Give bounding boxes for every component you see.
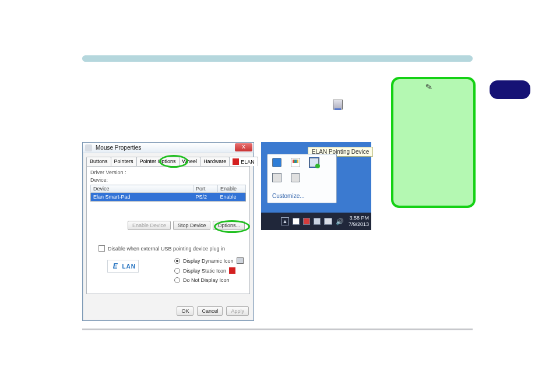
cell-device-name: Elan Smart-Pad	[91, 193, 193, 202]
network-icon[interactable]	[314, 218, 321, 225]
elan-tab-pane: Driver Version : Device: Device Port Ena…	[86, 166, 250, 294]
elan-logo: E LAN	[107, 260, 139, 273]
action-center-icon[interactable]	[293, 218, 300, 225]
ok-button[interactable]: OK	[177, 306, 193, 316]
checkbox-icon[interactable]	[98, 245, 105, 252]
dialog-title-text: Mouse Properties	[96, 144, 141, 151]
table-row[interactable]: Elan Smart-Pad PS/2 Enable	[91, 193, 246, 202]
col-device[interactable]: Device	[91, 185, 193, 193]
tab-pointers[interactable]: Pointers	[111, 157, 137, 166]
tab-buttons[interactable]: Buttons	[86, 157, 111, 166]
device-label: Device:	[90, 177, 246, 183]
side-pill	[490, 80, 530, 99]
cancel-button[interactable]: Cancel	[197, 306, 223, 316]
monitor-icon[interactable]	[309, 158, 319, 167]
customize-link[interactable]: Customize...	[272, 193, 305, 199]
note-box	[391, 77, 476, 208]
tray-icon-grid	[268, 154, 336, 188]
tab-wheel[interactable]: Wheel	[179, 157, 201, 166]
options-button[interactable]: Options...	[213, 221, 245, 230]
elan-swirl-icon: E	[110, 262, 120, 271]
monitor-icon	[237, 257, 244, 264]
elan-logo-text: LAN	[122, 263, 136, 270]
close-button[interactable]: X	[235, 143, 252, 151]
speaker-icon[interactable]	[291, 173, 300, 182]
tab-elan-label: ELAN	[241, 159, 255, 165]
taskbar-clock[interactable]: 3:58 PM 7/9/2013	[349, 215, 369, 228]
col-enable[interactable]: Enable	[218, 185, 246, 193]
elan-tray-icon[interactable]	[303, 218, 310, 225]
battery-icon[interactable]	[324, 218, 332, 225]
radio-dynamic-row[interactable]: Display Dynamic Icon	[174, 257, 244, 264]
disable-usb-checkbox-row[interactable]: Disable when external USB pointing devic…	[98, 245, 225, 252]
icon-display-radio-group: Display Dynamic Icon Display Static Icon…	[174, 257, 244, 287]
radio-dynamic-label: Display Dynamic Icon	[183, 258, 234, 264]
tray-screenshot: ELAN Pointing Device Customize... ▲ 🔊 3:…	[261, 142, 371, 230]
driver-version-label: Driver Version :	[90, 169, 246, 175]
cell-enable: Enable	[218, 193, 246, 202]
enable-device-button: Enable Device	[128, 221, 171, 230]
cell-port: PS/2	[193, 193, 218, 202]
clock-time: 3:58 PM	[349, 215, 369, 221]
device-table: Device Port Enable Elan Smart-Pad PS/2 E…	[90, 185, 246, 202]
elan-icon	[229, 267, 235, 274]
elan-icon	[233, 158, 239, 165]
footer-rule	[82, 329, 473, 330]
radio-dynamic[interactable]	[174, 258, 180, 264]
pen-icon: ✎	[425, 82, 434, 92]
monitor-icon	[333, 100, 343, 110]
radio-none[interactable]	[174, 277, 180, 283]
volume-icon[interactable]: 🔊	[336, 218, 343, 225]
tray-overflow-arrow[interactable]: ▲	[281, 217, 289, 225]
flag-icon[interactable]	[291, 158, 300, 167]
tab-strip: Buttons Pointers Pointer Options Wheel H…	[83, 153, 254, 166]
radio-static-row[interactable]: Display Static Icon	[174, 267, 244, 274]
taskbar: ▲ 🔊 3:58 PM 7/9/2013	[261, 213, 371, 230]
stop-device-button[interactable]: Stop Device	[173, 221, 211, 230]
dialog-title-bar[interactable]: Mouse Properties X	[83, 143, 254, 153]
apply-button[interactable]: Apply	[226, 306, 249, 316]
tray-overflow-popup: Customize...	[267, 154, 337, 203]
shield-icon[interactable]	[272, 158, 281, 167]
header-rule	[82, 55, 473, 62]
clock-date: 7/9/2013	[349, 221, 369, 228]
col-port[interactable]: Port	[193, 185, 218, 193]
device-button-row: Enable Device Stop Device Options...	[128, 221, 245, 230]
radio-none-row[interactable]: Do Not Display Icon	[174, 277, 244, 283]
tab-pointer-options[interactable]: Pointer Options	[136, 157, 180, 166]
tab-hardware[interactable]: Hardware	[200, 157, 230, 166]
printer-icon[interactable]	[272, 173, 281, 182]
disable-usb-label: Disable when external USB pointing devic…	[108, 246, 225, 252]
dialog-footer: OK Cancel Apply	[177, 306, 249, 316]
mouse-properties-dialog: Mouse Properties X Buttons Pointers Poin…	[82, 142, 254, 321]
radio-none-label: Do Not Display Icon	[183, 277, 230, 283]
radio-static-label: Display Static Icon	[183, 268, 226, 274]
tab-elan[interactable]: ELAN	[229, 157, 258, 166]
radio-static[interactable]	[174, 268, 180, 274]
